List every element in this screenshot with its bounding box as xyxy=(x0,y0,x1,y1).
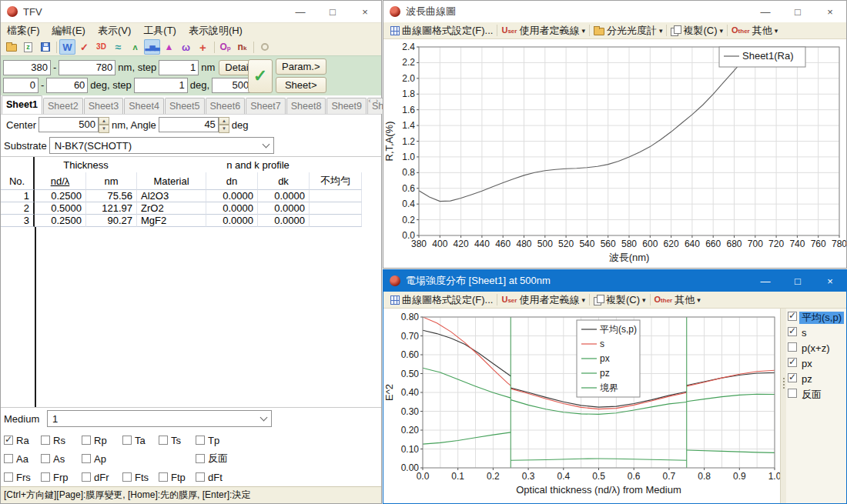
checkbox-frs[interactable]: Frs xyxy=(4,472,41,483)
column-header-material[interactable]: Material xyxy=(137,172,206,190)
cell-nm-2[interactable]: 121.97 xyxy=(86,202,137,215)
maximize-button[interactable]: □ xyxy=(782,270,814,292)
angle-from-input[interactable]: 0 xyxy=(3,78,38,93)
checkbox-ta[interactable]: Ta xyxy=(122,435,159,446)
series-toggle-item[interactable]: 反面 xyxy=(788,389,846,404)
medium-select[interactable]: 1 xyxy=(47,410,272,427)
reload-icon[interactable]: z xyxy=(20,39,36,55)
checkbox-aa[interactable]: Aa xyxy=(4,453,41,465)
checkbox-rp[interactable]: Rp xyxy=(82,435,122,446)
tab-sheet1[interactable]: Sheet1 xyxy=(2,95,42,114)
close-button[interactable]: × xyxy=(814,1,846,22)
chart-format-button[interactable]: 曲線圖格式設定(F)... xyxy=(387,23,497,38)
cell-dk-3[interactable]: 0.0000 xyxy=(258,215,310,227)
column-header-nd[interactable]: nd/λ xyxy=(35,172,86,190)
angle-input[interactable]: 45 xyxy=(159,117,219,132)
cell-dk-2[interactable]: 0.0000 xyxy=(258,202,310,215)
tab-sheet5[interactable]: Sheet5 xyxy=(165,98,205,114)
menu-h[interactable]: 表示說明(H) xyxy=(182,23,249,38)
menu-v[interactable]: 表示(V) xyxy=(92,23,137,38)
center-wavelength-input[interactable]: 500 xyxy=(38,117,99,132)
move-icon[interactable]: + xyxy=(195,39,211,55)
cell-nd-3[interactable]: 0.2500 xyxy=(35,215,86,227)
wavelength-step-input[interactable]: 1 xyxy=(159,60,199,75)
cell-nm-1[interactable]: 75.56 xyxy=(86,190,137,202)
cell-no-1[interactable]: 1 xyxy=(1,190,35,202)
maximize-button[interactable]: □ xyxy=(782,1,814,22)
series-toggle-pz[interactable]: pz xyxy=(788,373,846,389)
band-curve-icon[interactable]: ω xyxy=(178,39,194,55)
angle-spinner[interactable]: ▲▼ xyxy=(219,117,229,133)
cell-material-2[interactable]: ZrO2 xyxy=(137,202,206,215)
index-profile-icon[interactable]: ʌ xyxy=(127,39,143,55)
chart-format-button[interactable]: 曲線圖格式設定(F)... xyxy=(387,292,497,308)
checkbox-dfr[interactable]: dFr xyxy=(82,472,122,483)
substrate-select[interactable]: N-BK7(SCHOTT) xyxy=(49,137,274,154)
target-curve-icon[interactable]: ✓ xyxy=(76,39,92,55)
cell-nd-1[interactable]: 0.2500 xyxy=(35,190,86,202)
center-spinner[interactable]: ▲▼ xyxy=(99,117,109,133)
close-button[interactable]: × xyxy=(349,1,381,22)
panel-splitter[interactable] xyxy=(780,309,786,503)
other-button[interactable]: Other其他▾ xyxy=(651,292,705,308)
tab-scroll-buttons[interactable]: ‹ › xyxy=(369,97,380,105)
checkbox-fts[interactable]: Fts xyxy=(122,472,159,483)
series-toggle-s[interactable]: s xyxy=(788,327,846,342)
wavelength-from-input[interactable]: 380 xyxy=(3,60,51,75)
cell-dn-3[interactable]: 0.0000 xyxy=(206,215,258,227)
menu-t[interactable]: 工具(T) xyxy=(137,23,182,38)
cell-material-1[interactable]: Al2O3 xyxy=(137,190,206,202)
apply-button[interactable]: ✓ xyxy=(248,59,273,93)
column-header-dk[interactable]: dk xyxy=(258,172,310,190)
cell-item-2[interactable] xyxy=(310,202,362,215)
cell-nd-2[interactable]: 0.5000 xyxy=(35,202,86,215)
save-icon[interactable] xyxy=(37,39,53,55)
cell-item-3[interactable] xyxy=(310,215,362,227)
checkbox-ts[interactable]: Ts xyxy=(159,435,196,446)
param-button[interactable]: Param.> xyxy=(276,58,326,75)
cell-dk-1[interactable]: 0.0000 xyxy=(258,190,310,202)
checkbox-as[interactable]: As xyxy=(41,453,82,465)
cell-material-3[interactable]: MgF2 xyxy=(137,215,206,227)
tab-sheet6[interactable]: Sheet6 xyxy=(206,98,246,114)
angle-to-input[interactable]: 60 xyxy=(46,78,88,93)
minimize-button[interactable]: — xyxy=(749,270,782,292)
tab-sheet9[interactable]: Sheet9 xyxy=(326,98,367,114)
checkbox-ra[interactable]: Ra xyxy=(4,435,41,446)
copy-button[interactable]: 複製(C)▾ xyxy=(590,292,650,308)
tab-sheet3[interactable]: Sheet3 xyxy=(84,98,124,114)
cell-no-2[interactable]: 2 xyxy=(1,202,35,215)
minimize-button[interactable]: — xyxy=(284,1,316,22)
menu-e[interactable]: 編輯(E) xyxy=(46,23,92,38)
checkbox-frp[interactable]: Frp xyxy=(41,472,82,483)
sheet-button[interactable]: Sheet> xyxy=(276,77,326,93)
dispersion-curve-icon[interactable]: ≈ xyxy=(110,39,126,55)
open-icon[interactable] xyxy=(3,39,19,55)
checkbox-tp[interactable]: Tp xyxy=(196,435,239,446)
minimize-button[interactable]: — xyxy=(749,1,782,22)
cell-nm-3[interactable]: 90.27 xyxy=(86,215,137,227)
other-button[interactable]: Other其他▾ xyxy=(728,23,782,38)
color-triangle-icon[interactable]: ▲ xyxy=(161,39,177,55)
tab-sheet4[interactable]: Sheet4 xyxy=(124,98,164,114)
tab-sheet2[interactable]: Sheet2 xyxy=(43,98,83,114)
wavelength-to-input[interactable]: 780 xyxy=(59,60,116,75)
checkbox-item[interactable]: 反面 xyxy=(196,452,239,466)
column-header-no[interactable]: No. xyxy=(1,172,35,190)
series-toggle-px[interactable]: px xyxy=(788,358,846,373)
cell-no-3[interactable]: 3 xyxy=(1,215,35,227)
column-header-dn[interactable]: dn xyxy=(206,172,258,190)
misc-tool-icon[interactable] xyxy=(256,39,273,55)
checkbox-rs[interactable]: Rs xyxy=(41,435,82,446)
close-button[interactable]: × xyxy=(814,270,846,292)
tab-sheet7[interactable]: Sheet7 xyxy=(246,98,286,114)
user-defined-line-button[interactable]: User使用者定義線▾ xyxy=(497,292,589,308)
spectrum-curve-icon[interactable]: W xyxy=(59,39,75,55)
3d-view-icon[interactable]: 3D xyxy=(93,39,109,55)
cell-dn-2[interactable]: 0.0000 xyxy=(206,202,258,215)
menu-f[interactable]: 檔案(F) xyxy=(1,23,46,38)
efield-icon[interactable]: ▂▅▃ xyxy=(144,39,160,55)
checkbox-ftp[interactable]: Ftp xyxy=(159,472,196,483)
copy-button[interactable]: 複製(C)▾ xyxy=(667,23,727,38)
design-wavelength-input[interactable]: 500 xyxy=(212,78,252,93)
